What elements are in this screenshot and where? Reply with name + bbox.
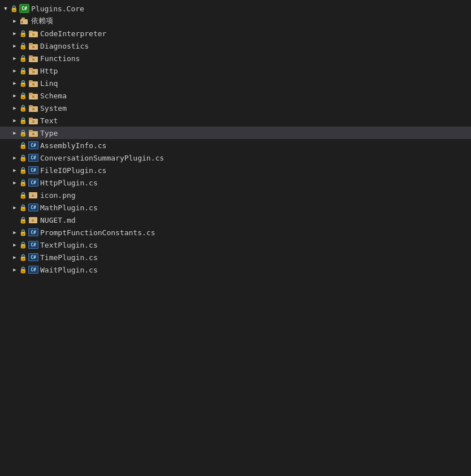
item-label: MathPlugin.cs bbox=[40, 204, 98, 212]
root-item[interactable]: 🔒 C# Plugins.Core bbox=[0, 2, 471, 15]
item-label: FileIOPlugin.cs bbox=[40, 166, 106, 175]
root-lock-icon: 🔒 bbox=[10, 5, 18, 12]
png-icon: ⊞ bbox=[28, 191, 38, 199]
list-item[interactable]: 🔒 C# FileIOPlugin.cs bbox=[0, 164, 471, 176]
cs-icon: C# bbox=[28, 204, 38, 211]
folder-icon: ⊞ bbox=[28, 104, 38, 112]
list-item[interactable]: 🔒 C# TimePlugin.cs bbox=[0, 251, 471, 263]
lock-icon: 🔒 bbox=[19, 229, 27, 236]
svg-text:⊞: ⊞ bbox=[32, 119, 34, 123]
list-item[interactable]: 🔒 ⊞ Type bbox=[0, 127, 471, 139]
folder-icon: ⊞ bbox=[28, 54, 38, 62]
item-label: Text bbox=[40, 116, 58, 125]
list-item[interactable]: 🔒 ⊞ System bbox=[0, 102, 471, 114]
list-item[interactable]: 🔒 ⊞ Http bbox=[0, 64, 471, 77]
folder-chevron bbox=[10, 116, 19, 125]
solution-explorer: 🔒 C# Plugins.Core ↕ 依赖项 🔒 ⊞ bbox=[0, 0, 471, 278]
root-namespace-icon: C# bbox=[19, 4, 29, 13]
lock-icon: 🔒 bbox=[19, 266, 27, 274]
list-item[interactable]: 🔒 ⊞ Diagnostics bbox=[0, 40, 471, 52]
list-item[interactable]: 🔒 C# PromptFunctionConstants.cs bbox=[0, 226, 471, 239]
cs-icon: C# bbox=[28, 241, 38, 249]
list-item[interactable]: 🔒 ⊞ Functions bbox=[0, 52, 471, 64]
svg-text:⊞: ⊞ bbox=[32, 193, 34, 197]
item-label: System bbox=[40, 104, 67, 112]
list-item[interactable]: 🔒 C# HttpPlugin.cs bbox=[0, 176, 471, 189]
folder-icon: ⊞ bbox=[28, 92, 38, 99]
cs-chevron bbox=[10, 166, 19, 175]
folder-chevron bbox=[10, 29, 19, 38]
item-label: TimePlugin.cs bbox=[40, 253, 98, 262]
svg-text:⊞: ⊞ bbox=[32, 132, 34, 136]
svg-text:⊞: ⊞ bbox=[32, 32, 34, 36]
dep-chevron bbox=[10, 16, 19, 25]
lock-icon: 🔒 bbox=[19, 241, 27, 249]
list-item[interactable]: 🔒 ⊞ Text bbox=[0, 114, 471, 127]
svg-text:⊞: ⊞ bbox=[32, 45, 34, 49]
folder-icon: ⊞ bbox=[28, 67, 38, 75]
item-label: Http bbox=[40, 67, 58, 75]
folder-chevron bbox=[10, 54, 19, 63]
cs-icon: C# bbox=[28, 154, 38, 162]
svg-text:⊞: ⊞ bbox=[32, 107, 34, 111]
item-label: NUGET.md bbox=[40, 216, 76, 224]
folder-chevron bbox=[10, 79, 19, 88]
svg-text:⊞: ⊞ bbox=[32, 82, 34, 86]
cs-icon: C# bbox=[28, 228, 38, 236]
lock-icon: 🔒 bbox=[19, 30, 27, 37]
item-label: AssemblyInfo.cs bbox=[40, 141, 106, 150]
item-label: Schema bbox=[40, 92, 67, 100]
list-item[interactable]: 🔒 C# WaitPlugin.cs bbox=[0, 263, 471, 276]
cs-icon: C# bbox=[28, 266, 38, 274]
lock-icon: 🔒 bbox=[19, 42, 27, 50]
cs-chevron bbox=[10, 153, 19, 162]
folder-icon: ⊞ bbox=[28, 129, 38, 137]
svg-text:⊞: ⊞ bbox=[32, 218, 34, 222]
list-item[interactable]: 🔒 ⊞ NUGET.md bbox=[0, 214, 471, 226]
lock-icon: 🔒 bbox=[19, 105, 27, 112]
item-label: Type bbox=[40, 129, 58, 137]
cs-chevron bbox=[10, 265, 19, 274]
item-label: HttpPlugin.cs bbox=[40, 179, 98, 187]
cs-chevron bbox=[10, 253, 19, 262]
item-label: Functions bbox=[40, 54, 80, 63]
cs-chevron bbox=[10, 240, 19, 249]
item-label: Linq bbox=[40, 79, 58, 88]
root-chevron bbox=[1, 4, 10, 13]
folder-chevron bbox=[10, 41, 19, 50]
folder-icon: ⊞ bbox=[28, 42, 38, 50]
list-item[interactable]: 🔒 ⊞ CodeInterpreter bbox=[0, 27, 471, 40]
cs-icon: C# bbox=[28, 141, 38, 149]
list-item[interactable]: 🔒 C# ConversationSummaryPlugin.cs bbox=[0, 152, 471, 164]
root-label: Plugins.Core bbox=[31, 5, 84, 13]
list-item[interactable]: 🔒 ⊞ icon.png bbox=[0, 189, 471, 201]
list-item[interactable]: ↕ 依赖项 bbox=[0, 15, 471, 27]
cs-chevron bbox=[10, 203, 19, 212]
cs-icon: C# bbox=[28, 253, 38, 261]
lock-icon: 🔒 bbox=[19, 154, 27, 162]
list-item[interactable]: 🔒 C# AssemblyInfo.cs bbox=[0, 139, 471, 152]
cs-icon: C# bbox=[28, 179, 38, 187]
list-item[interactable]: 🔒 ⊞ Linq bbox=[0, 77, 471, 89]
svg-text:⊞: ⊞ bbox=[32, 94, 34, 98]
lock-icon: 🔒 bbox=[19, 179, 27, 187]
cs-chevron bbox=[10, 228, 19, 237]
folder-icon: ⊞ bbox=[28, 79, 38, 87]
folder-icon: ⊞ bbox=[28, 116, 38, 124]
item-label: Diagnostics bbox=[40, 42, 89, 50]
lock-icon: 🔒 bbox=[19, 92, 27, 99]
lock-icon: 🔒 bbox=[19, 129, 27, 137]
list-item[interactable]: 🔒 ⊞ Schema bbox=[0, 89, 471, 102]
md-icon: ⊞ bbox=[28, 216, 38, 224]
lock-icon: 🔒 bbox=[19, 67, 27, 75]
dep-icon: ↕ bbox=[19, 16, 29, 25]
lock-icon: 🔒 bbox=[19, 142, 27, 149]
folder-chevron bbox=[10, 66, 19, 75]
lock-icon: 🔒 bbox=[19, 192, 27, 199]
item-label: PromptFunctionConstants.cs bbox=[40, 228, 155, 237]
list-item[interactable]: 🔒 C# MathPlugin.cs bbox=[0, 201, 471, 214]
folder-chevron bbox=[10, 103, 19, 112]
item-label: TextPlugin.cs bbox=[40, 241, 98, 249]
lock-icon: 🔒 bbox=[19, 80, 27, 87]
list-item[interactable]: 🔒 C# TextPlugin.cs bbox=[0, 239, 471, 251]
